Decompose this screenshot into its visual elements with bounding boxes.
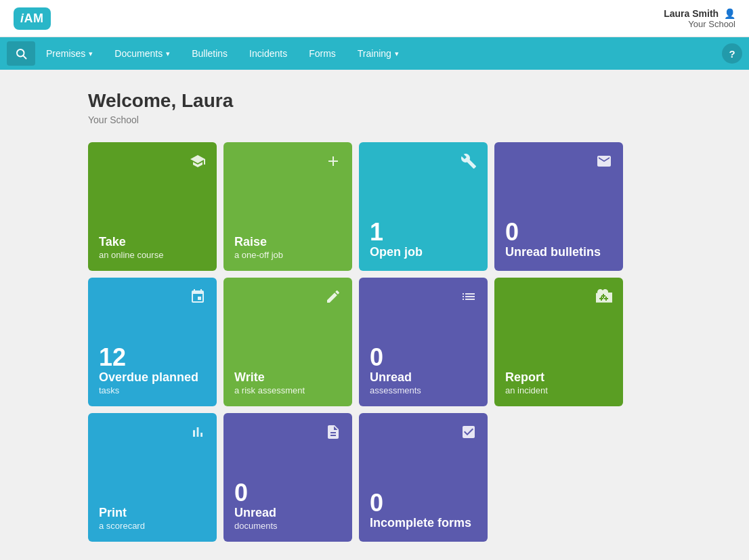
tile-unread-assessments[interactable]: 0 Unread assessments [359,278,488,406]
calendar-icon [190,288,206,309]
tile-label-main: Unread [370,370,477,385]
tile-number: 0 [234,479,341,507]
svg-line-1 [23,56,26,58]
user-icon: 👤 [724,8,735,19]
tile-print-scorecard[interactable]: Print a scorecard [88,413,217,542]
welcome-title: Welcome, Laura [88,90,661,112]
chevron-down-icon: ▾ [89,49,93,58]
main-content: Welcome, Laura Your School Take an onlin… [0,70,749,560]
tile-label-main: Overdue planned [99,370,206,385]
tile-label-main: Write [234,370,341,385]
tile-number: 0 [505,219,612,246]
chevron-down-icon: ▾ [166,49,170,58]
nav-premises[interactable]: Premises ▾ [35,37,104,70]
barchart-icon [190,424,206,444]
tile-label-sub: an incident [505,385,612,395]
tiles-grid: Take an online course Raise a one-off jo… [88,142,661,542]
list-icon [461,288,477,309]
top-bar: iAM Laura Smith 👤 Your School [0,0,749,37]
tile-number: 12 [99,344,206,371]
chevron-down-icon: ▾ [395,49,399,58]
wrench-icon [461,153,477,173]
tile-label-main: Print [99,506,206,521]
tile-unread-documents[interactable]: 0 Unread documents [223,413,352,542]
tile-label-sub: documents [234,521,341,531]
tile-label-main: Unread bulletins [505,245,612,260]
tile-raise-job[interactable]: Raise a one-off job [223,142,352,271]
checktask-icon [461,424,477,444]
medkit-icon [596,288,612,309]
tile-label-sub: a risk assessment [234,385,341,395]
tile-label-main: Report [505,370,612,385]
username: Laura Smith 👤 [664,8,735,19]
tile-label-main: Incomplete forms [370,516,477,531]
tile-label-main: Unread [234,506,341,521]
tile-label-sub: assessments [370,385,477,395]
user-school: Your School [664,19,735,29]
tile-unread-bulletins[interactable]: 0 Unread bulletins [494,142,623,271]
app-logo[interactable]: iAM [14,7,51,30]
nav-bulletins[interactable]: Bulletins [181,37,238,70]
nav-incidents[interactable]: Incidents [238,37,298,70]
tile-write-assessment[interactable]: Write a risk assessment [223,278,352,406]
help-button[interactable]: ? [722,43,742,64]
plus-icon [325,153,341,173]
document-icon [325,424,341,444]
graduation-icon [190,153,206,173]
tile-number: 0 [370,344,477,371]
tile-label-main: Open job [370,245,477,260]
tile-take-course[interactable]: Take an online course [88,142,217,271]
tile-open-job[interactable]: 1 Open job [359,142,488,271]
pencil-icon [325,288,341,309]
user-name-text: Laura Smith [664,8,719,19]
tile-label-main: Take [99,235,206,250]
tile-number: 0 [370,490,477,517]
nav-forms[interactable]: Forms [298,37,347,70]
tile-label-sub: a one-off job [234,250,341,260]
nav-documents[interactable]: Documents ▾ [104,37,181,70]
tile-incomplete-forms[interactable]: 0 Incomplete forms [359,413,488,542]
tile-label-main: Raise [234,235,341,250]
tile-label-sub: a scorecard [99,521,206,531]
welcome-school: Your School [88,114,661,125]
tile-number: 1 [370,219,477,246]
tile-report-incident[interactable]: Report an incident [494,278,623,406]
search-icon [15,47,27,60]
envelope-icon [596,153,612,173]
nav-training[interactable]: Training ▾ [347,37,410,70]
tile-label-sub: tasks [99,385,206,395]
nav-bar: Premises ▾ Documents ▾ Bulletins Inciden… [0,37,749,70]
search-button[interactable] [7,41,35,66]
user-info: Laura Smith 👤 Your School [664,8,735,29]
tile-label-sub: an online course [99,250,206,260]
tile-overdue-tasks[interactable]: 12 Overdue planned tasks [88,278,217,406]
